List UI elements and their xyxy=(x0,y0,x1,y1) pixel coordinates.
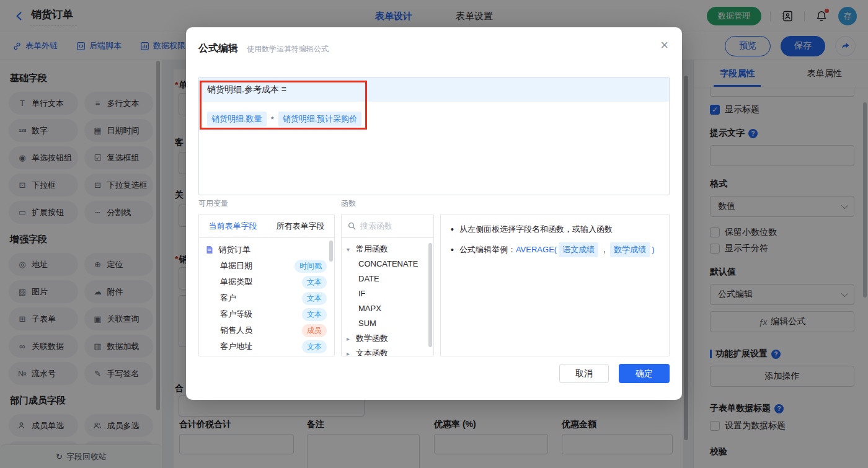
formula-target: 销货明细.参考成本 = xyxy=(199,77,669,102)
functions-panel: 搜索函数 ▾ 常用函数 CONCATENATE DATE IF MAPX SUM… xyxy=(341,214,434,356)
example-arg-math-score: 数学成绩 xyxy=(610,242,650,257)
variable-row-sales-person[interactable]: 销售人员 成员 xyxy=(199,322,334,338)
search-placeholder: 搜索函数 xyxy=(360,221,392,232)
example-arg-chinese-score: 语文成绩 xyxy=(559,242,598,257)
functions-label: 函数 xyxy=(341,198,356,209)
function-item-concatenate[interactable]: CONCATENATE xyxy=(342,257,433,272)
variables-scrollbar-thumb[interactable] xyxy=(329,241,333,262)
type-badge: 成员 xyxy=(302,324,327,337)
variable-row-doc-date[interactable]: 单据日期 时间戳 xyxy=(199,258,334,274)
chevron-down-icon: ▾ xyxy=(347,246,353,253)
type-badge: 文本 xyxy=(302,340,327,353)
function-search[interactable]: 搜索函数 xyxy=(342,214,433,238)
close-icon[interactable]: × xyxy=(660,38,668,52)
variable-row-customer[interactable]: 客户 文本 xyxy=(199,290,334,306)
chevron-right-icon: ▸ xyxy=(347,335,353,342)
formula-help-panel: 从左侧面板选择字段名和函数，或输入函数 公式编辑举例： AVERAGE( 语文成… xyxy=(440,214,670,356)
modal-title: 公式编辑 xyxy=(198,42,238,55)
formula-editor[interactable]: 销货明细.参考成本 = 销货明细.数量 * 销货明细.预计采购价 xyxy=(198,77,670,195)
tab-all-form-fields[interactable]: 所有表单字段 xyxy=(267,214,334,237)
function-group-math[interactable]: ▸ 数学函数 xyxy=(342,331,433,346)
type-badge: 文本 xyxy=(302,276,327,289)
form-file-icon xyxy=(205,245,214,254)
chevron-right-icon: ▸ xyxy=(347,350,353,357)
formula-token-purchase-price[interactable]: 销货明细.预计采购价 xyxy=(278,112,362,126)
variable-row-customer-level[interactable]: 客户等级 文本 xyxy=(199,306,334,322)
variable-row-partial[interactable] xyxy=(199,355,334,356)
variable-row-customer-address[interactable]: 客户地址 文本 xyxy=(199,338,334,355)
type-badge: 时间戳 xyxy=(294,260,327,273)
cancel-button[interactable]: 取消 xyxy=(559,364,609,383)
tree-root-sales-order[interactable]: 销货订单 xyxy=(199,238,334,258)
variable-row-doc-type[interactable]: 单据类型 文本 xyxy=(199,274,334,290)
variables-label: 可用变量 xyxy=(198,198,228,209)
formula-operator: * xyxy=(271,115,274,124)
function-item-date[interactable]: DATE xyxy=(342,272,433,286)
type-badge: 文本 xyxy=(302,308,327,321)
type-badge: 文本 xyxy=(302,292,327,305)
variables-tabs: 当前表单字段 所有表单字段 xyxy=(199,214,334,238)
function-item-mapx[interactable]: MAPX xyxy=(342,301,433,316)
modal-subtitle: 使用数学运算符编辑公式 xyxy=(247,44,329,55)
function-item-if[interactable]: IF xyxy=(342,286,433,301)
help-line-1: 从左侧面板选择字段名和函数，或输入函数 xyxy=(451,223,659,236)
form-designer-page: 销货订单 表单设计 表单设置 数据管理 xyxy=(0,0,868,468)
modal-footer: 取消 确定 xyxy=(559,364,670,383)
help-line-2: 公式编辑举例： AVERAGE( 语文成绩 ， 数学成绩 ) xyxy=(451,242,659,257)
function-item-sum[interactable]: SUM xyxy=(342,316,433,331)
functions-scrollbar-thumb[interactable] xyxy=(428,243,432,347)
function-group-text[interactable]: ▸ 文本函数 xyxy=(342,346,433,356)
function-group-common[interactable]: ▾ 常用函数 xyxy=(342,242,433,257)
confirm-button[interactable]: 确定 xyxy=(619,364,670,383)
formula-token-quantity[interactable]: 销货明细.数量 xyxy=(207,112,267,126)
variables-panel: 当前表单字段 所有表单字段 销货订单 单据日期 时间戳 单据类型 文本 客户 文… xyxy=(198,214,335,356)
tab-current-form-fields[interactable]: 当前表单字段 xyxy=(199,214,267,237)
formula-editor-modal: 公式编辑 使用数学运算符编辑公式 × 销货明细.参考成本 = 销货明细.数量 *… xyxy=(186,27,682,400)
modal-header: 公式编辑 使用数学运算符编辑公式 xyxy=(198,42,329,55)
formula-expression: 销货明细.数量 * 销货明细.预计采购价 xyxy=(199,102,669,136)
search-icon xyxy=(348,222,356,230)
